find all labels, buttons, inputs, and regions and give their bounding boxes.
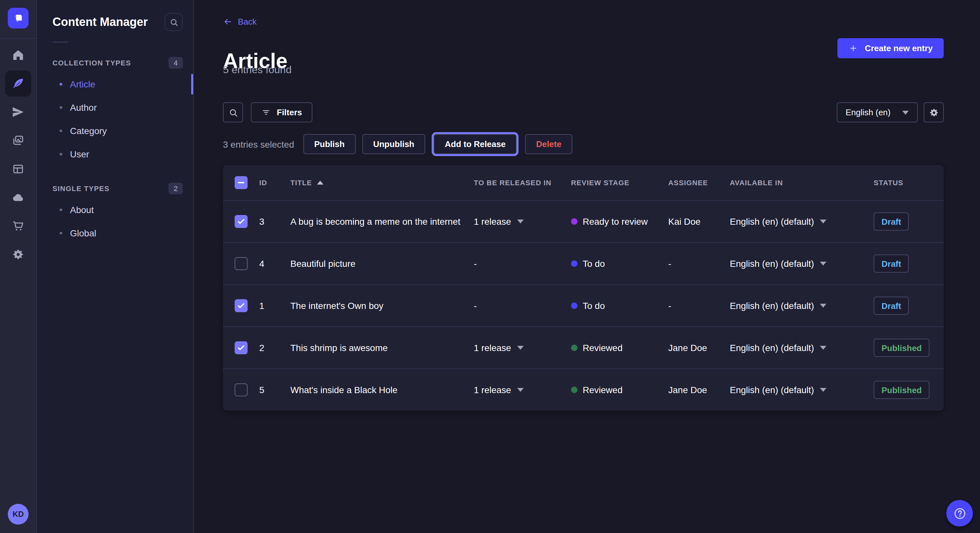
sidebar-search-button[interactable] (165, 13, 183, 31)
sidebar-item-article[interactable]: Article (37, 73, 193, 96)
chevron-down-icon (902, 110, 909, 114)
rail-item-home[interactable] (5, 42, 31, 68)
filters-button[interactable]: Filters (251, 102, 312, 122)
column-header-status[interactable]: STATUS (874, 179, 944, 187)
rail-item-marketplace[interactable] (5, 213, 31, 239)
row-checkbox[interactable] (235, 257, 248, 270)
review-stage-dot-icon (571, 387, 578, 393)
main-content: Back Article 5 entries found Create new … (194, 0, 980, 533)
unpublish-button[interactable]: Unpublish (362, 134, 425, 154)
rail-item-settings[interactable] (5, 241, 31, 268)
column-header-title[interactable]: TITLE (290, 179, 474, 187)
cell-review-stage: Reviewed (571, 385, 668, 395)
media-library-icon (12, 134, 25, 147)
search-button[interactable] (223, 102, 243, 122)
table-row[interactable]: 5What's inside a Black Hole1 releaseRevi… (223, 368, 944, 411)
sidebar-title: Content Manager (52, 15, 148, 29)
chevron-down-icon (820, 219, 826, 224)
sidebar-item-global[interactable]: Global (37, 222, 193, 245)
create-new-entry-button[interactable]: Create new entry (837, 38, 944, 58)
rail-item-content-manager[interactable] (5, 71, 31, 97)
cell-to-be-released-in: 1 release (474, 216, 571, 227)
status-badge: Draft (874, 254, 909, 273)
check-icon (237, 343, 246, 352)
back-link[interactable]: Back (223, 17, 257, 27)
select-all-checkbox[interactable] (235, 176, 248, 189)
marketplace-icon (12, 219, 25, 233)
row-checkbox[interactable] (235, 383, 248, 397)
content-manager-sidebar: Content Manager COLLECTION TYPES4Article… (37, 0, 194, 533)
locale-dropdown[interactable]: English (en) (default) (730, 259, 826, 269)
chevron-down-icon (820, 346, 826, 350)
column-header-review-stage[interactable]: REVIEW STAGE (571, 179, 668, 187)
content-manager-icon (12, 77, 25, 90)
cell-title-text: What's inside a Black Hole (290, 385, 398, 395)
column-header-id[interactable]: ID (259, 179, 290, 187)
cell-title-text: The internet's Own boy (290, 300, 383, 311)
list-toolbar: Filters English (en) (223, 102, 944, 122)
sidebar-item-author[interactable]: Author (37, 96, 193, 119)
sidebar-item-category[interactable]: Category (37, 119, 193, 143)
locale-dropdown[interactable]: English (en) (default) (730, 385, 826, 395)
locale-select[interactable]: English (en) (837, 102, 918, 122)
cell-status: Draft (874, 254, 944, 273)
column-header-label: TITLE (290, 179, 312, 187)
status-badge: Published (874, 339, 929, 357)
cell-assignee: Jane Doe (668, 385, 730, 395)
sidebar-item-user[interactable]: User (37, 143, 193, 166)
locale-dropdown[interactable]: English (en) (default) (730, 300, 826, 311)
active-indicator (191, 74, 193, 95)
cell-id-text: 5 (259, 385, 264, 395)
release-value: 1 release (474, 216, 511, 227)
release-dropdown[interactable]: 1 release (474, 216, 523, 227)
row-checkbox[interactable] (235, 341, 248, 354)
row-checkbox[interactable] (235, 215, 248, 228)
search-icon (169, 17, 178, 27)
column-header-available-in[interactable]: AVAILABLE IN (730, 179, 874, 187)
column-header-label: STATUS (874, 179, 903, 187)
publish-button[interactable]: Publish (303, 134, 355, 154)
row-checkbox[interactable] (235, 299, 248, 312)
locale-dropdown[interactable]: English (en) (default) (730, 216, 826, 227)
cell-review-stage: To do (571, 300, 668, 311)
rail-item-deploy[interactable] (5, 99, 31, 125)
table-row[interactable]: 3A bug is becoming a meme on the interne… (223, 200, 944, 242)
chevron-down-icon (517, 388, 523, 392)
bullet-icon (60, 130, 62, 132)
cell-id-text: 1 (259, 300, 264, 311)
table-row[interactable]: 4Beautiful picture-To do-English (en) (d… (223, 242, 944, 284)
sidebar-divider (52, 41, 68, 43)
release-dropdown[interactable]: 1 release (474, 343, 523, 353)
check-icon (237, 217, 246, 226)
user-avatar[interactable]: KD (8, 504, 29, 525)
arrow-left-icon (223, 17, 233, 27)
sidebar-item-label: Article (70, 79, 95, 89)
rail-item-content-type-builder[interactable] (5, 156, 31, 182)
cell-to-be-released-in: 1 release (474, 343, 571, 353)
bullet-icon (60, 83, 62, 86)
column-header-assignee[interactable]: ASSIGNEE (668, 179, 730, 187)
rail-item-media-library[interactable] (5, 128, 31, 154)
chevron-down-icon (517, 219, 523, 224)
sidebar-item-about[interactable]: About (37, 198, 193, 222)
add-to-release-button[interactable]: Add to Release (434, 134, 517, 154)
plus-icon (848, 43, 858, 53)
cell-to-be-released-in: - (474, 259, 571, 269)
delete-button[interactable]: Delete (525, 134, 572, 154)
status-badge: Draft (874, 297, 909, 315)
cell-title: A bug is becoming a meme on the internet (290, 216, 474, 227)
table-header-row: IDTITLETO BE RELEASED INREVIEW STAGEASSI… (223, 165, 944, 200)
release-dropdown[interactable]: 1 release (474, 385, 523, 395)
table-row[interactable]: 1The internet's Own boy-To do-English (e… (223, 284, 944, 327)
help-button[interactable] (946, 500, 973, 527)
cloud-icon (12, 191, 25, 204)
locale-dropdown[interactable]: English (en) (default) (730, 343, 826, 353)
cell-available-in: English (en) (default) (730, 259, 874, 269)
column-header-label: TO BE RELEASED IN (474, 179, 552, 187)
view-settings-button[interactable] (924, 102, 944, 122)
column-header-to-be-released-in[interactable]: TO BE RELEASED IN (474, 179, 571, 187)
cell-assignee-text: Kai Doe (668, 216, 701, 227)
rail-item-cloud[interactable] (5, 185, 31, 211)
strapi-logo[interactable] (8, 8, 29, 29)
table-row[interactable]: 2This shrimp is awesome1 releaseReviewed… (223, 327, 944, 368)
